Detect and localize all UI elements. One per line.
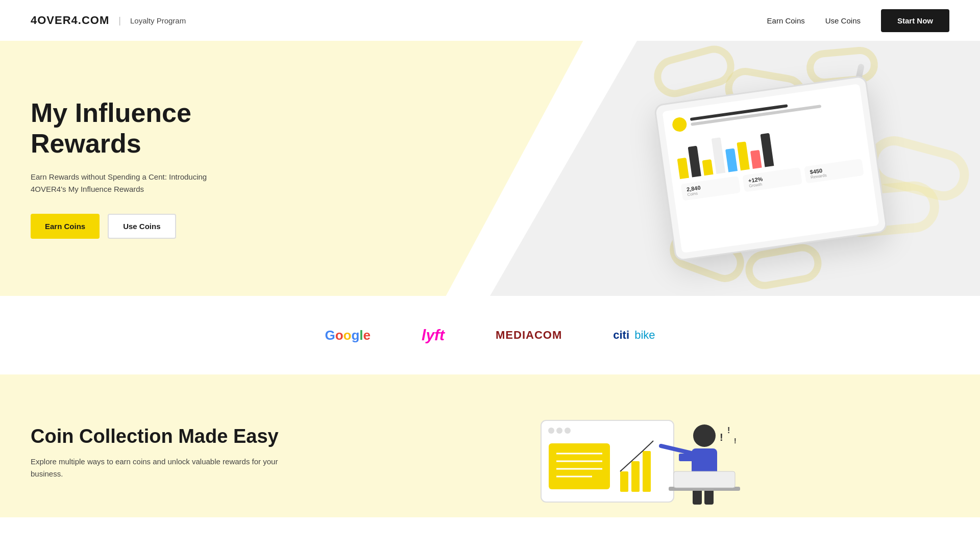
svg-rect-10 (631, 461, 640, 492)
hero-subtitle-line1: Earn Rewards without Spending a Cent: In… (31, 172, 207, 181)
brand-separator: | (118, 15, 121, 26)
brand-lyft: lyft (422, 327, 445, 344)
bar-6 (737, 141, 749, 170)
nav-earn-coins[interactable]: Earn Coins (767, 16, 805, 25)
svg-rect-11 (643, 451, 651, 492)
svg-text:!: ! (720, 432, 723, 443)
stat-box-2: +12% Growth (742, 167, 802, 192)
svg-rect-9 (620, 471, 628, 492)
svg-point-1 (548, 428, 554, 434)
tablet-screen: 2,840 Coins +12% Growth $450 Rewards (662, 84, 879, 253)
hero-subtitle-line2: 4OVER4's My Influence Rewards (31, 185, 144, 193)
tablet-content: 2,840 Coins +12% Growth $450 Rewards (662, 84, 873, 210)
start-now-button[interactable]: Start Now (881, 9, 949, 32)
brand-program: Loyalty Program (130, 16, 186, 25)
svg-rect-20 (674, 471, 735, 488)
bar-1 (677, 158, 689, 179)
hero-title: My Influence Rewards (31, 98, 286, 159)
bar-8 (761, 133, 774, 167)
section2-illustration: ! ! ! (327, 415, 949, 517)
svg-point-3 (565, 428, 571, 434)
brand-google: Google (325, 328, 371, 343)
hero-buttons: Earn Coins Use Coins (31, 214, 286, 239)
section2: Coin Collection Made Easy Explore multip… (0, 374, 980, 517)
stat-box-3: $450 Rewards (804, 159, 864, 184)
illustration-svg: ! ! ! (510, 415, 766, 517)
svg-rect-4 (549, 443, 610, 489)
bar-3 (702, 159, 714, 176)
navbar: 4OVER4.COM | Loyalty Program Earn Coins … (0, 0, 980, 41)
section2-text: Coin Collection Made Easy Explore multip… (31, 415, 286, 480)
brand-mediacom: MEDIACOM (496, 329, 562, 342)
bar-5 (725, 148, 738, 172)
tablet-outer: 2,840 Coins +12% Growth $450 Rewards (653, 75, 888, 261)
tablet-illustration: 2,840 Coins +12% Growth $450 Rewards (653, 75, 888, 261)
nav-use-coins[interactable]: Use Coins (825, 16, 861, 25)
svg-text:!: ! (734, 437, 737, 445)
hero-content: My Influence Rewards Earn Rewards withou… (0, 57, 316, 280)
svg-text:!: ! (727, 426, 730, 435)
section2-description: Explore multiple ways to earn coins and … (31, 456, 286, 480)
brand-citibike: citi bike (613, 329, 655, 342)
brands-section: Google lyft MEDIACOM citi bike (0, 296, 980, 374)
earn-coins-button[interactable]: Earn Coins (31, 214, 100, 239)
use-coins-button[interactable]: Use Coins (108, 214, 176, 239)
hero-subtitle: Earn Rewards without Spending a Cent: In… (31, 171, 286, 195)
nav-links: Earn Coins Use Coins Start Now (767, 9, 949, 32)
section2-title: Coin Collection Made Easy (31, 425, 286, 447)
bar-2 (688, 146, 701, 178)
tablet-avatar (671, 116, 688, 133)
bar-4 (712, 137, 726, 174)
svg-point-2 (556, 428, 562, 434)
brand-logo: 4OVER4.COM (31, 14, 109, 27)
hero-section: My Influence Rewards Earn Rewards withou… (0, 41, 980, 296)
nav-brand: 4OVER4.COM | Loyalty Program (31, 14, 186, 27)
bar-7 (750, 150, 762, 169)
stat-box-1: 2,840 Coins (681, 176, 741, 201)
svg-point-12 (693, 424, 716, 447)
